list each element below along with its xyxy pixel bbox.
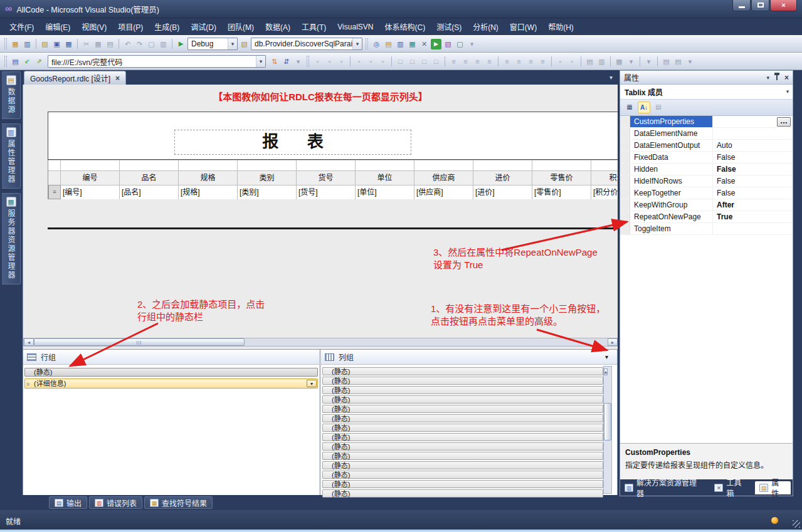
toolbar-grip[interactable] <box>307 56 309 67</box>
vertical-scrollbar[interactable]: ▴ <box>603 366 612 494</box>
tool-window-tab[interactable]: ▥ 错误列表 <box>89 496 142 509</box>
undo-icon[interactable]: ↶ <box>122 39 133 50</box>
chevron-down-icon[interactable]: ▾ <box>228 38 237 50</box>
find-in-files-icon[interactable]: ◎ <box>371 39 382 50</box>
align-bottoms-icon[interactable]: ▫ <box>377 56 388 67</box>
property-value[interactable]: False <box>713 187 793 199</box>
h-spacing-decrease-icon[interactable]: ≡ <box>472 56 483 67</box>
tablix-cell[interactable] <box>179 160 238 170</box>
property-row[interactable]: HideIfNoRows False <box>620 175 793 187</box>
same-size-icon[interactable]: □ <box>419 56 430 67</box>
row-handle-icon[interactable]: ≡ <box>48 185 61 199</box>
property-row[interactable]: KeepTogether False <box>620 187 793 199</box>
tablix-data-cell[interactable]: [供应商] <box>414 185 473 199</box>
sync-icon[interactable]: ▥ <box>158 39 169 50</box>
h-spacing-remove-icon[interactable]: ≡ <box>484 56 495 67</box>
resize-grip[interactable] <box>793 520 800 528</box>
property-row[interactable]: RepeatOnNewPage True <box>620 211 793 223</box>
tablix-header-cell[interactable]: 供应商 <box>414 170 473 185</box>
menu-item[interactable]: 团队(M) <box>222 19 260 34</box>
column-group-item[interactable]: (静态) <box>322 405 603 413</box>
command-window-icon[interactable]: ▢ <box>455 39 465 50</box>
toolbar-overflow-icon[interactable]: ▾ <box>643 56 654 67</box>
property-name[interactable]: ToggleItem <box>630 223 713 234</box>
tablix-cell[interactable] <box>356 160 414 170</box>
toolbar-separator[interactable] <box>36 39 36 49</box>
toolbar-overflow-icon[interactable]: ▾ <box>685 56 695 67</box>
tablix-data-cell[interactable]: [单位] <box>356 185 414 199</box>
tablix-data-cell[interactable]: [类别] <box>238 185 297 199</box>
property-name[interactable]: RepeatOnNewPage <box>630 211 713 222</box>
redo-icon[interactable]: ↷ <box>134 39 145 50</box>
ellipsis-button[interactable]: … <box>777 117 791 127</box>
property-value[interactable]: False <box>713 164 793 175</box>
rdlc-design-surface[interactable]: 【本图教你如何让RDLC报表在每一页都显示列头】 报 表 <box>23 85 618 349</box>
toolbar-separator[interactable] <box>498 56 499 66</box>
menu-item[interactable]: VisualSVN <box>332 20 379 34</box>
menu-item[interactable]: 视图(V) <box>76 19 112 34</box>
menu-item[interactable]: 项目(P) <box>112 19 149 34</box>
center-vertical-icon[interactable]: ▫ <box>567 56 578 67</box>
property-value[interactable] <box>713 223 793 234</box>
report-title-textbox[interactable]: 报 表 <box>174 130 411 155</box>
scrollbar-thumb[interactable] <box>604 403 611 441</box>
v-spacing-remove-icon[interactable]: ≡ <box>537 56 548 67</box>
chevron-down-icon[interactable]: ▾ <box>352 38 362 50</box>
find-combo[interactable]: db.Provider.DiscoverSqlParai ▾ <box>251 38 362 50</box>
object-selector-combo[interactable]: Tablix 成员 ▾ <box>620 85 793 100</box>
same-width-icon[interactable]: □ <box>395 56 406 67</box>
properties-title-bar[interactable]: 属性 ▾ × <box>620 71 793 85</box>
tablix-header-cell[interactable]: 品名 <box>120 170 179 185</box>
tablix-header-cell[interactable]: 零售价 <box>532 170 591 185</box>
column-group-item[interactable]: (静态) <box>322 442 603 451</box>
maximize-button[interactable] <box>751 0 769 11</box>
sidebar-vertical-tab[interactable]: ▥ 属性管理器 <box>2 123 21 189</box>
property-value[interactable]: After <box>713 199 793 211</box>
menu-item[interactable]: 帮助(H) <box>542 19 579 34</box>
property-name[interactable]: Hidden <box>630 164 713 175</box>
property-value[interactable]: True <box>713 211 793 222</box>
alphabetical-sort-icon[interactable]: A↓ <box>638 102 650 113</box>
property-name[interactable]: HideIfNoRows <box>630 175 713 187</box>
send-to-back-icon[interactable]: ▥ <box>596 56 607 67</box>
property-row[interactable]: ToggleItem <box>620 223 793 235</box>
property-row[interactable]: FixedData False <box>620 152 793 164</box>
same-height-icon[interactable]: □ <box>407 56 418 67</box>
paste-icon[interactable]: ▤ <box>105 39 115 50</box>
close-button[interactable]: × <box>770 0 797 11</box>
menu-item[interactable]: 分析(N) <box>467 19 504 34</box>
column-group-item[interactable]: (静态) <box>322 414 603 422</box>
window-position-dropdown-icon[interactable]: ▾ <box>766 75 769 81</box>
close-icon[interactable]: × <box>784 73 789 82</box>
toolbar-overflow-icon[interactable]: ▾ <box>293 56 303 67</box>
tablix-data-cell[interactable]: [品名] <box>120 185 179 199</box>
pin-icon[interactable] <box>776 75 778 80</box>
property-value[interactable]: False <box>713 175 793 187</box>
tablix-header-cell[interactable]: 类别 <box>238 170 297 185</box>
sidebar-vertical-tab[interactable]: ▦ 服务器资源管理器 <box>2 193 21 284</box>
column-group-item[interactable]: (静态) <box>322 452 603 460</box>
property-row[interactable]: DataElementName <box>620 128 793 140</box>
cut-icon[interactable]: ✂ <box>81 39 92 50</box>
tool-window-tab[interactable]: ✕ 工具箱 <box>710 481 753 494</box>
menu-item[interactable]: 调试(D) <box>185 19 222 34</box>
add-item-icon[interactable]: ▥ <box>22 39 33 50</box>
menu-item[interactable]: 生成(B) <box>149 19 185 34</box>
toolbar-separator[interactable] <box>551 56 552 66</box>
property-name[interactable]: CustomProperties <box>630 116 713 127</box>
property-value[interactable] <box>713 128 793 139</box>
property-row[interactable]: DataElementOutput Auto <box>620 140 793 152</box>
v-spacing-equal-icon[interactable]: ≡ <box>502 56 512 67</box>
property-name[interactable]: DataElementOutput <box>630 140 713 151</box>
copy-icon[interactable]: ▦ <box>93 39 103 50</box>
solution-explorer-icon[interactable]: ▥ <box>395 39 406 50</box>
tablix-cell[interactable] <box>414 160 473 170</box>
menu-item[interactable]: 工具(T) <box>296 19 332 34</box>
drag-handle-icon[interactable]: ≡ <box>26 380 29 389</box>
toolbar-separator[interactable] <box>172 39 172 49</box>
scroll-right-icon[interactable]: ▸ <box>608 338 618 346</box>
menu-item[interactable]: 文件(F) <box>4 19 40 34</box>
tablix-header-cell[interactable]: 进价 <box>473 170 532 185</box>
save-icon[interactable]: ▣ <box>51 39 62 50</box>
property-name[interactable]: KeepWithGroup <box>630 199 713 211</box>
